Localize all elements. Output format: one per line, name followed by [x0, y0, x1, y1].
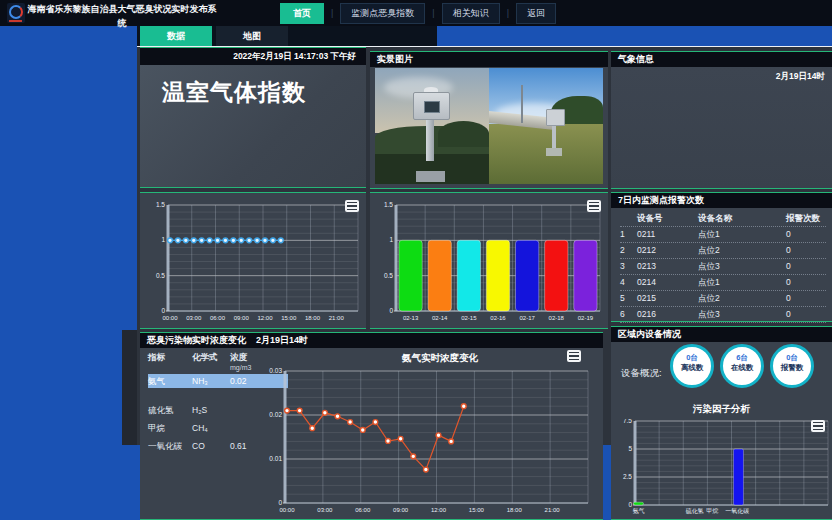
- svg-text:0.5: 0.5: [156, 272, 165, 279]
- weather-panel: 气象信息 2月19日14时: [611, 51, 832, 189]
- nav-knowledge[interactable]: 相关知识: [442, 3, 500, 24]
- nav-back[interactable]: 返回: [516, 3, 556, 24]
- svg-text:一氧化碳: 一氧化碳: [725, 507, 749, 515]
- stat-circle-online: 6台 在线数: [720, 344, 764, 388]
- device-stat-circles: 0台 离线数 6台 在线数 0台 报警数: [670, 344, 814, 388]
- photos-panel-title: 实景图片: [370, 52, 608, 67]
- table-row: 20212点位20: [620, 243, 826, 259]
- svg-text:15:00: 15:00: [469, 507, 485, 513]
- daily-index-bar-chart: 00.511.502-1302-1402-1502-1602-1702-1802…: [370, 193, 608, 328]
- svg-text:02-17: 02-17: [519, 315, 535, 321]
- photo-mast: [521, 85, 523, 122]
- svg-text:02-13: 02-13: [403, 315, 419, 321]
- nav-odor-index[interactable]: 监测点恶臭指数: [340, 3, 425, 24]
- weather-body: 2月19日14时: [611, 67, 832, 188]
- svg-text:0.03: 0.03: [269, 367, 282, 374]
- table-row: 10211点位10: [620, 227, 826, 243]
- svg-text:0: 0: [628, 501, 632, 508]
- pollution-factor-chart: 02.557.5氨气硫化氢甲烷一氧化碳: [611, 419, 832, 519]
- svg-text:02-18: 02-18: [549, 315, 565, 321]
- dashboard-page: 海南省乐东黎族自治县大气恶臭状况实时发布系统 首页 | 监测点恶臭指数 | 相关…: [0, 0, 832, 520]
- svg-text:02-14: 02-14: [432, 315, 448, 321]
- table-row: 50215点位20: [620, 291, 826, 307]
- svg-text:0: 0: [161, 307, 165, 314]
- svg-text:硫化氢: 硫化氢: [686, 507, 704, 515]
- svg-text:0: 0: [278, 499, 282, 506]
- app-header: 海南省乐东黎族自治县大气恶臭状况实时发布系统 首页 | 监测点恶臭指数 | 相关…: [0, 0, 832, 26]
- chart-dataview-toolbox-icon[interactable]: [587, 200, 601, 212]
- odor-panel-title: 恶臭污染物实时浓度变化 2月19日14时: [140, 333, 603, 348]
- monitor-cabinet: [546, 109, 565, 126]
- svg-text:00:00: 00:00: [279, 507, 295, 513]
- odor-concentration-panel: 恶臭污染物实时浓度变化 2月19日14时 指标 化学式 浓度mg/m3 氨气NH…: [140, 332, 603, 520]
- svg-text:15:00: 15:00: [281, 315, 297, 321]
- svg-text:0: 0: [389, 307, 393, 314]
- svg-text:0.5: 0.5: [384, 272, 393, 279]
- weather-panel-title: 气象信息: [611, 52, 832, 67]
- nav-separator: |: [331, 8, 333, 18]
- svg-text:21:00: 21:00: [329, 315, 345, 321]
- svg-text:5: 5: [628, 445, 632, 452]
- svg-text:12:00: 12:00: [257, 315, 273, 321]
- svg-text:02-15: 02-15: [461, 315, 477, 321]
- svg-text:21:00: 21:00: [545, 507, 561, 513]
- site-photo-dusk: [375, 68, 489, 184]
- odor-title-text: 恶臭污染物实时浓度变化: [147, 333, 246, 348]
- chart-dataview-toolbox-icon[interactable]: [811, 420, 825, 432]
- table-row: 60216点位30: [620, 307, 826, 323]
- site-photo-field: [489, 68, 603, 184]
- greeting-panel: 2022年2月19日 14:17:03 下午好 温室气体指数: [140, 47, 366, 188]
- svg-text:03:00: 03:00: [186, 315, 202, 321]
- logo-slogan-mark: [9, 20, 22, 22]
- svg-text:00:00: 00:00: [162, 315, 178, 321]
- monitor-base: [546, 148, 562, 156]
- svg-text:03:00: 03:00: [317, 507, 333, 513]
- daily-index-bar-chart-panel: 00.511.502-1302-1402-1502-1602-1702-1802…: [370, 192, 608, 329]
- svg-text:甲烷: 甲烷: [706, 507, 718, 514]
- stat-circle-alarm: 0台 报警数: [770, 344, 814, 388]
- weather-datetime: 2月19日14时: [611, 67, 832, 83]
- alarm-table: 设备号 设备名称 报警次数 10211点位10 20212点位20 30213点…: [611, 208, 832, 323]
- main-nav: 首页 | 监测点恶臭指数 | 相关知识 | 返回: [280, 0, 556, 26]
- monitor-screen: [424, 101, 439, 113]
- nav-home[interactable]: 首页: [280, 3, 324, 24]
- svg-text:12:00: 12:00: [431, 507, 447, 513]
- region-devices-panel: 区域内设备情况 设备概况: 0台 离线数 6台 在线数 0台 报警数 污染因子分…: [611, 326, 832, 520]
- table-row: 30213点位30: [620, 259, 826, 275]
- chart-dataview-toolbox-icon[interactable]: [567, 350, 581, 362]
- svg-text:06:00: 06:00: [355, 507, 371, 513]
- greeting-body: 温室气体指数: [140, 65, 366, 187]
- svg-text:18:00: 18:00: [305, 315, 321, 321]
- stat-circle-offline: 0台 离线数: [670, 344, 714, 388]
- svg-text:18:00: 18:00: [507, 507, 523, 513]
- monitor-pole: [552, 124, 557, 151]
- svg-text:1.5: 1.5: [156, 201, 165, 208]
- svg-text:09:00: 09:00: [234, 315, 250, 321]
- greenhouse-index-chart-panel: 00.511.500:0003:0006:0009:0012:0015:0018…: [140, 192, 366, 329]
- alarm-count-panel: 7日内监测点报警次数 设备号 设备名称 报警次数 10211点位10 20212…: [611, 192, 832, 322]
- svg-text:1: 1: [161, 236, 165, 243]
- app-logo-icon: [7, 3, 25, 23]
- nav-separator: |: [432, 8, 434, 18]
- svg-text:09:00: 09:00: [393, 507, 409, 513]
- chart-dataview-toolbox-icon[interactable]: [345, 200, 359, 212]
- table-row: 40214点位10: [620, 275, 826, 291]
- svg-text:2.5: 2.5: [623, 473, 632, 480]
- nav-separator: |: [507, 8, 509, 18]
- monitor-pole: [426, 119, 434, 161]
- ammonia-chart-title: 氨气实时浓度变化: [280, 352, 600, 365]
- devices-panel-title: 区域内设备情况: [611, 327, 832, 342]
- app-title: 海南省乐东黎族自治县大气恶臭状况实时发布系统: [26, 3, 218, 30]
- svg-text:1.5: 1.5: [384, 201, 393, 208]
- tab-map[interactable]: 地图: [216, 26, 288, 46]
- svg-text:02-16: 02-16: [490, 315, 506, 321]
- svg-text:0.02: 0.02: [269, 411, 282, 418]
- svg-text:1: 1: [389, 236, 393, 243]
- svg-text:7.5: 7.5: [623, 419, 632, 424]
- odor-title-datetime: 2月19日14时: [256, 333, 308, 348]
- photo-bush: [438, 121, 489, 147]
- svg-text:06:00: 06:00: [210, 315, 226, 321]
- device-overview-label: 设备概况:: [621, 367, 662, 380]
- logo-swirl-icon: [9, 5, 23, 19]
- svg-text:氨气: 氨气: [633, 507, 645, 514]
